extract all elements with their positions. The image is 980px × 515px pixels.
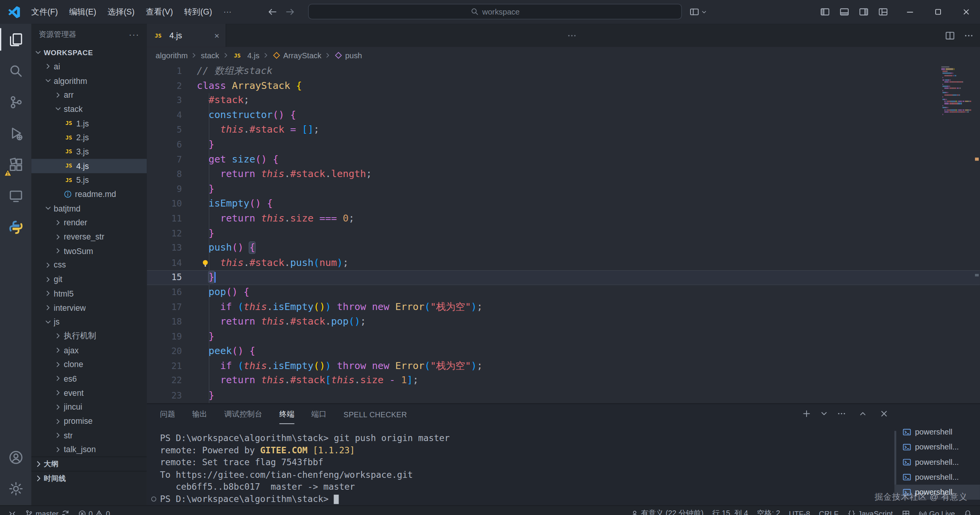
panel-tab-2[interactable]: 调试控制台	[224, 409, 263, 420]
sidebar-section-1[interactable]: 时间线	[31, 471, 147, 485]
breadcrumb-item[interactable]: ArrayStack	[283, 51, 321, 60]
menu-more[interactable]: ···	[218, 0, 237, 24]
maximize-panel-button[interactable]	[858, 409, 867, 420]
terminal-list-item-1[interactable]: powershell...	[894, 440, 980, 454]
panel-more-actions[interactable]	[837, 409, 846, 420]
tree-item[interactable]: stack	[31, 102, 147, 116]
activity-python[interactable]	[0, 212, 31, 243]
breadcrumb-item[interactable]: stack	[201, 51, 219, 60]
tree-item[interactable]: JS1.js	[31, 116, 147, 130]
eol-status[interactable]: CRLF	[815, 506, 843, 515]
tree-item[interactable]: reverse_str	[31, 230, 147, 244]
encoding-status[interactable]: UTF-8	[785, 506, 815, 515]
tree-item[interactable]: css	[31, 258, 147, 272]
customize-layout[interactable]	[875, 4, 890, 20]
tree-item[interactable]: clone	[31, 358, 147, 372]
terminal-list-item-3[interactable]: powershell...	[894, 470, 980, 485]
panel-tab-1[interactable]: 输出	[192, 409, 208, 420]
workspace-root-row[interactable]: WORKSPACE	[31, 45, 147, 60]
lightbulb-icon[interactable]	[201, 258, 210, 267]
maximize-button[interactable]	[924, 0, 952, 24]
tree-item[interactable]: interview	[31, 300, 147, 315]
back-button[interactable]	[267, 7, 277, 17]
panel-tab-4[interactable]: 端口	[311, 409, 327, 420]
indentation-status[interactable]: 空格: 2	[753, 506, 785, 515]
activity-source-control[interactable]	[0, 86, 31, 118]
problems-status[interactable]: 00	[74, 506, 115, 515]
menu-item-1[interactable]: 编辑(E)	[64, 0, 102, 24]
panel-tab-0[interactable]: 问题	[160, 409, 175, 420]
forward-button[interactable]	[285, 7, 295, 17]
new-terminal-button[interactable]	[802, 409, 811, 420]
tab-close-icon[interactable]: ×	[214, 30, 219, 40]
command-decoration-icon[interactable]	[151, 496, 156, 501]
menu-item-3[interactable]: 查看(V)	[140, 0, 178, 24]
editor-tab[interactable]: JS4.js×	[147, 24, 226, 47]
tree-item[interactable]: JS5.js	[31, 173, 147, 187]
tree-item[interactable]: talk_json	[31, 443, 147, 457]
terminal-list-item-2[interactable]: powershell...	[894, 454, 980, 469]
menu-item-0[interactable]: 文件(F)	[26, 0, 64, 24]
go-live-status[interactable]: Go Live	[914, 506, 959, 515]
tree-item[interactable]: git	[31, 272, 147, 286]
activity-explorer[interactable]	[0, 24, 31, 55]
overview-ruler[interactable]	[974, 64, 980, 403]
tree-item[interactable]: render	[31, 215, 147, 230]
terminal-list-item-0[interactable]: powershell	[894, 425, 980, 440]
tree-item[interactable]: JS2.js	[31, 130, 147, 144]
tree-item[interactable]: event	[31, 386, 147, 400]
breadcrumb-item[interactable]: 4.js	[247, 51, 260, 60]
sidebar-more-actions[interactable]: ···	[129, 30, 139, 39]
breadcrumb-item[interactable]: algorithm	[155, 51, 188, 60]
close-panel-button[interactable]	[879, 409, 888, 420]
git-branch-status[interactable]: master	[21, 506, 74, 515]
sidebar-section-0[interactable]: 大纲	[31, 457, 147, 471]
breadcrumb-item[interactable]: push	[345, 51, 362, 60]
tree-item[interactable]: twoSum	[31, 244, 147, 258]
toggle-primary-sidebar[interactable]	[818, 4, 833, 20]
toggle-panel[interactable]	[837, 4, 852, 20]
account-button[interactable]	[0, 441, 31, 473]
terminal-output[interactable]: PS D:\workspace\algorithm\stack> git pus…	[147, 425, 895, 505]
code-editor[interactable]: 1// 数组来stack2class ArrayStack {3 #stack;…	[147, 64, 980, 403]
tree-item[interactable]: JS4.js	[31, 159, 147, 173]
tree-item[interactable]: promise	[31, 414, 147, 428]
tree-item[interactable]: jincui	[31, 400, 147, 414]
tree-item[interactable]: ai	[31, 59, 147, 74]
tree-item[interactable]: str	[31, 428, 147, 443]
editor-more-actions[interactable]	[964, 30, 974, 40]
activity-remote-explorer[interactable]	[0, 180, 31, 212]
editor-actions-overflow[interactable]	[567, 24, 577, 47]
settings-button[interactable]	[0, 473, 31, 504]
toggle-secondary-sidebar[interactable]	[856, 4, 871, 20]
remote-indicator[interactable]	[4, 506, 21, 515]
menu-item-2[interactable]: 选择(S)	[102, 0, 140, 24]
blame-status[interactable]: 有意义 (22 分钟前)	[626, 506, 708, 515]
toolbar-layout-dropdown[interactable]	[689, 0, 707, 24]
split-editor-button[interactable]	[945, 30, 955, 40]
tree-item[interactable]: 执行机制	[31, 329, 147, 343]
tree-item[interactable]: readme.md	[31, 187, 147, 201]
tree-item[interactable]: ajax	[31, 343, 147, 358]
command-center-search[interactable]: workspace	[308, 4, 682, 20]
tree-item[interactable]: batjtmd	[31, 201, 147, 215]
tree-item[interactable]: html5	[31, 286, 147, 300]
menu-item-4[interactable]: 转到(G)	[178, 0, 218, 24]
terminal-profile-dropdown[interactable]	[820, 409, 829, 420]
scrollbar-thumb[interactable]	[894, 431, 896, 484]
panel-tab-3[interactable]: 终端	[279, 409, 294, 420]
activity-extensions[interactable]	[0, 149, 31, 180]
tree-item[interactable]: es6	[31, 372, 147, 386]
close-window-button[interactable]	[952, 0, 980, 24]
activity-run-debug[interactable]	[0, 118, 31, 149]
activity-search[interactable]	[0, 55, 31, 87]
tree-item[interactable]: js	[31, 315, 147, 329]
minimap[interactable]	[941, 66, 971, 116]
tree-item[interactable]: JS3.js	[31, 144, 147, 159]
panel-tab-5[interactable]: SPELL CHECKER	[344, 410, 407, 419]
tree-item[interactable]: arr	[31, 88, 147, 102]
extension-status[interactable]	[897, 506, 914, 515]
minimize-button[interactable]	[896, 0, 924, 24]
cursor-position-status[interactable]: 行 15, 列 4	[708, 506, 752, 515]
tree-item[interactable]: algorithm	[31, 74, 147, 88]
